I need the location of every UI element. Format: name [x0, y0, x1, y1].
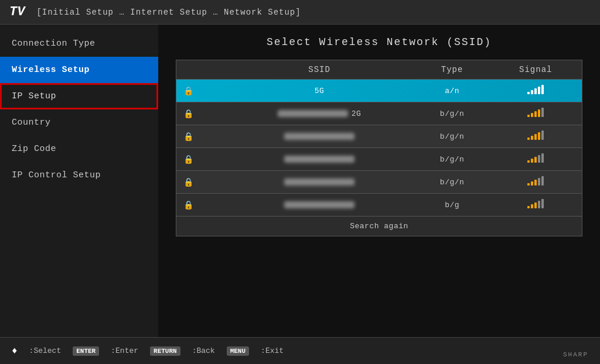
- type-cell: a/n: [415, 80, 490, 102]
- col-type: Type: [415, 60, 490, 80]
- lock-icon: 🔒: [176, 102, 224, 125]
- type-cell: b/g/n: [415, 148, 490, 171]
- search-again-row[interactable]: Search again: [176, 217, 582, 236]
- lock-icon: 🔒: [176, 148, 224, 171]
- sidebar-item-connection-type[interactable]: Connection Type: [0, 30, 158, 57]
- table-row[interactable]: 🔒b/g/n: [176, 171, 582, 194]
- ssid-cell: [224, 194, 414, 217]
- sidebar-item-wireless-setup[interactable]: Wireless Setup: [0, 57, 158, 83]
- select-label: :Select: [29, 346, 62, 355]
- sidebar-item-zip-code[interactable]: Zip Code: [0, 136, 158, 162]
- sidebar: Connection Type Wireless Setup IP Setup …: [0, 25, 158, 337]
- lock-icon: 🔒: [176, 125, 224, 148]
- ssid-cell: [224, 125, 414, 148]
- sharp-logo: SHARP: [563, 351, 588, 358]
- col-signal: Signal: [490, 60, 582, 80]
- enter-label: :Enter: [111, 346, 138, 355]
- signal-cell: [490, 171, 582, 194]
- signal-cell: [490, 80, 582, 102]
- type-cell: b/g/n: [415, 171, 490, 194]
- network-table: SSID Type Signal 🔒5Ga/n🔒2Gb/g/n🔒b/g/n🔒b/…: [176, 60, 582, 236]
- tv-logo: TV: [9, 5, 25, 19]
- menu-key: MENU: [227, 346, 249, 356]
- enter-key: ENTER: [73, 346, 99, 356]
- bottom-bar: ♦ :Select ENTER :Enter RETURN :Back MENU…: [0, 337, 600, 364]
- return-label: :Back: [192, 346, 215, 355]
- main-content: Connection Type Wireless Setup IP Setup …: [0, 25, 600, 337]
- lock-icon: 🔒: [176, 171, 224, 194]
- menu-label: :Exit: [261, 346, 284, 355]
- table-header-row: SSID Type Signal: [176, 60, 582, 80]
- sidebar-item-ip-setup[interactable]: IP Setup: [0, 83, 158, 109]
- col-lock: [176, 60, 224, 80]
- table-row[interactable]: 🔒b/g/n: [176, 148, 582, 171]
- lock-icon: 🔒: [176, 80, 224, 102]
- tv-screen: TV [Initial Setup … Internet Setup … Net…: [0, 0, 600, 364]
- sidebar-item-ip-control-setup[interactable]: IP Control Setup: [0, 162, 158, 188]
- lock-icon: 🔒: [176, 194, 224, 217]
- search-again-label[interactable]: Search again: [176, 217, 582, 236]
- type-cell: b/g/n: [415, 102, 490, 125]
- ssid-cell: 5G: [224, 80, 414, 102]
- breadcrumb: [Initial Setup … Internet Setup … Networ…: [36, 8, 301, 17]
- table-row[interactable]: 🔒b/g: [176, 194, 582, 217]
- col-ssid: SSID: [224, 60, 414, 80]
- content-area: Select Wireless Network (SSID) SSID Type…: [158, 25, 600, 337]
- sidebar-item-country[interactable]: Country: [0, 109, 158, 136]
- signal-cell: [490, 148, 582, 171]
- type-cell: b/g/n: [415, 125, 490, 148]
- top-bar: TV [Initial Setup … Internet Setup … Net…: [0, 0, 600, 25]
- signal-cell: [490, 125, 582, 148]
- type-cell: b/g: [415, 194, 490, 217]
- return-key: RETURN: [150, 346, 180, 356]
- signal-cell: [490, 194, 582, 217]
- ssid-cell: [224, 148, 414, 171]
- ssid-cell: [224, 171, 414, 194]
- content-title: Select Wireless Network (SSID): [176, 36, 582, 48]
- table-row[interactable]: 🔒5Ga/n: [176, 80, 582, 102]
- signal-cell: [490, 102, 582, 125]
- select-arrow-icon: ♦: [12, 346, 18, 356]
- table-row[interactable]: 🔒b/g/n: [176, 125, 582, 148]
- table-row[interactable]: 🔒2Gb/g/n: [176, 102, 582, 125]
- ssid-cell: 2G: [224, 102, 414, 125]
